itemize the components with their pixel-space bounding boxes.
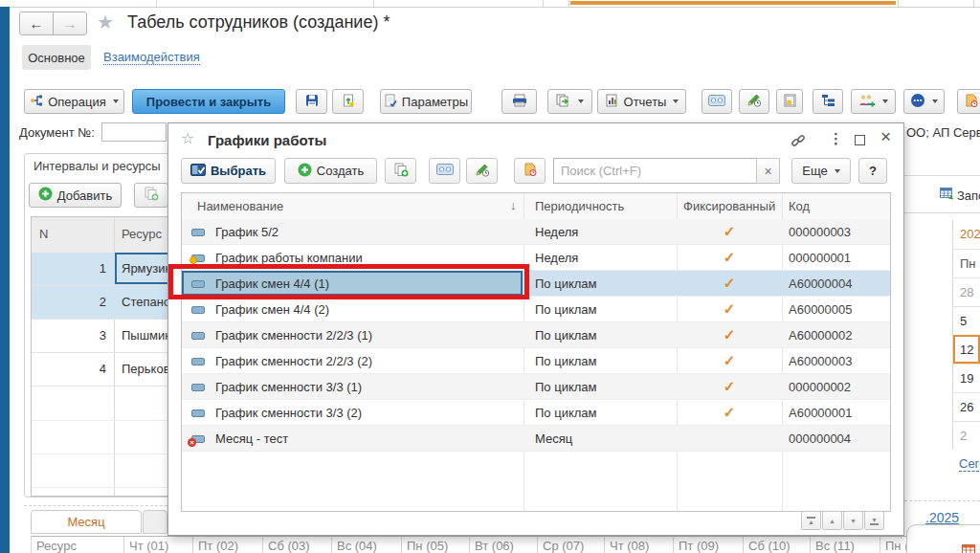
fill-table-icon	[940, 188, 954, 203]
fixed-check-icon: ✓	[677, 326, 782, 343]
copy-to-button[interactable]	[547, 89, 592, 114]
schedules-col-label[interactable]: Периодичность	[535, 199, 624, 213]
copy-resource-button[interactable]	[134, 183, 168, 208]
go-first-button[interactable]: ▲	[801, 511, 821, 530]
edit-history-button[interactable]	[739, 89, 769, 114]
sort-descending-icon: ↓	[510, 198, 517, 212]
deferred-doc-button[interactable]	[514, 158, 546, 184]
maximize-icon[interactable]	[855, 135, 865, 145]
more-button[interactable]: Еще	[791, 158, 851, 184]
registers-button[interactable]	[429, 158, 460, 184]
resources-col-resource-label: Ресурс	[122, 227, 162, 241]
copy-pages-plus-icon	[393, 163, 409, 180]
deferred-doc-button[interactable]	[957, 89, 980, 114]
create-by-copy-button[interactable]	[385, 158, 416, 184]
add-users-button[interactable]	[851, 89, 896, 114]
parameters-label: Параметры	[402, 95, 468, 109]
schedule-row[interactable]: График 5/2Неделя✓000000003	[182, 219, 890, 245]
dialog-favorite-star-icon[interactable]: ☆	[181, 129, 194, 147]
orange-doc-clock-icon	[965, 94, 978, 110]
resource-row-number: 2	[32, 295, 106, 309]
attachment-button[interactable]	[776, 89, 803, 114]
calendar-day[interactable]: 19	[953, 364, 980, 392]
more-actions-button[interactable]	[903, 89, 945, 114]
schedule-period: По циклам	[535, 406, 596, 420]
schedule-code: A60000002	[789, 328, 853, 343]
link-icon[interactable]	[791, 133, 806, 151]
tab-month[interactable]: Месяц	[31, 510, 142, 534]
calendar-day[interactable]: 2	[953, 421, 980, 450]
create-label: Создать	[317, 164, 364, 178]
schedule-period: По циклам	[535, 328, 596, 343]
go-down-button[interactable]: ▼	[843, 511, 863, 530]
today-link[interactable]: Сег	[959, 456, 979, 472]
schedule-row[interactable]: График смен 4/4 (2)По циклам✓A60000005	[182, 297, 890, 322]
schedule-period: По циклам	[535, 302, 596, 317]
chevron-down-icon	[673, 100, 679, 103]
create-button[interactable]: Создать	[284, 158, 377, 184]
registers-button[interactable]	[702, 89, 732, 114]
close-icon[interactable]: ×	[880, 126, 891, 147]
fill-button[interactable]: Заполне	[940, 184, 980, 207]
post-document-button[interactable]	[332, 89, 364, 114]
calendar-day[interactable]: 28	[953, 277, 980, 306]
calendar-year-label[interactable]: 202	[953, 220, 980, 249]
schedule-icon	[191, 358, 205, 365]
print-button[interactable]	[501, 89, 537, 114]
search-clear-button[interactable]: ×	[756, 158, 780, 184]
parameters-button[interactable]: Параметры	[380, 89, 472, 114]
organization-text: ОО; АП Серв	[906, 125, 980, 140]
chevron-down-icon	[113, 100, 119, 103]
schedules-col-label[interactable]: Код	[789, 199, 810, 213]
schedule-name: Месяц - тест	[215, 431, 288, 446]
calendar-day[interactable]: 5	[953, 306, 980, 335]
day-column-header: Вс (04)	[331, 537, 401, 553]
schedule-row[interactable]: ×Месяц - тестМесяц000000004	[182, 426, 890, 452]
post-and-close-button[interactable]: Провести и закрыть	[132, 89, 285, 114]
search-input[interactable]	[553, 158, 757, 184]
schedule-row[interactable]: График сменности 2/2/3 (2)По циклам✓A600…	[182, 348, 890, 374]
operation-button[interactable]: Операция	[24, 89, 124, 114]
doc-number-input[interactable]	[101, 122, 167, 142]
reports-button[interactable]: Отчеты	[597, 89, 686, 114]
schedule-period: Неделя	[535, 225, 578, 239]
forward-button[interactable]: →	[53, 11, 87, 35]
back-button[interactable]: ←	[19, 11, 54, 35]
schedule-period: По циклам	[535, 276, 596, 291]
schedule-row[interactable]: График сменности 3/3 (2)По циклам✓A60000…	[182, 400, 890, 426]
tab-next-partial[interactable]	[143, 510, 167, 534]
go-last-button[interactable]: ▼	[864, 511, 884, 530]
schedule-code: A60000001	[789, 406, 853, 420]
schedule-row[interactable]: График сменности 2/2/3 (1)По циклам✓A600…	[182, 322, 890, 348]
tab-main[interactable]: Основное	[22, 45, 91, 70]
calendar-grid-icon[interactable]	[962, 542, 975, 553]
pagination: ▲ ▲ ▼ ▼	[801, 511, 884, 530]
favorite-star-icon[interactable]: ★	[97, 11, 114, 33]
edit-history-button[interactable]	[466, 158, 498, 184]
select-button[interactable]: Выбрать	[181, 158, 276, 184]
schedule-row[interactable]: График сменности 3/3 (1)По циклам✓000000…	[182, 374, 890, 400]
fixed-check-icon: ✓	[677, 352, 782, 369]
calendar-day[interactable]: 12	[953, 335, 980, 364]
help-button[interactable]: ?	[858, 158, 887, 184]
orange-doc-clock-icon	[523, 163, 537, 179]
schedule-code: A60000005	[789, 302, 853, 317]
calendar-day[interactable]: 26	[953, 392, 980, 421]
resource-row-name: Перьков	[122, 362, 170, 376]
fixed-check-icon: ✓	[677, 404, 782, 421]
tab-interactions[interactable]: Взаимодействия	[103, 50, 200, 65]
go-up-button[interactable]: ▲	[822, 511, 842, 530]
period-link[interactable]: .2025	[925, 510, 959, 525]
plus-circle-icon	[38, 187, 53, 204]
schedule-name: График 5/2	[215, 225, 278, 239]
schedules-col-label[interactable]: Наименование	[197, 199, 283, 213]
chevron-down-icon	[932, 100, 938, 103]
post-document-icon	[342, 94, 355, 110]
splitter[interactable]	[24, 505, 167, 506]
add-resource-button[interactable]: Добавить	[29, 183, 122, 208]
kebab-menu-icon[interactable]: ⋮	[829, 130, 843, 147]
schedule-code: 000000004	[789, 431, 851, 446]
schedules-col-label[interactable]: Фиксированный	[683, 199, 775, 213]
structure-button[interactable]	[813, 89, 843, 114]
save-button[interactable]	[296, 89, 327, 114]
